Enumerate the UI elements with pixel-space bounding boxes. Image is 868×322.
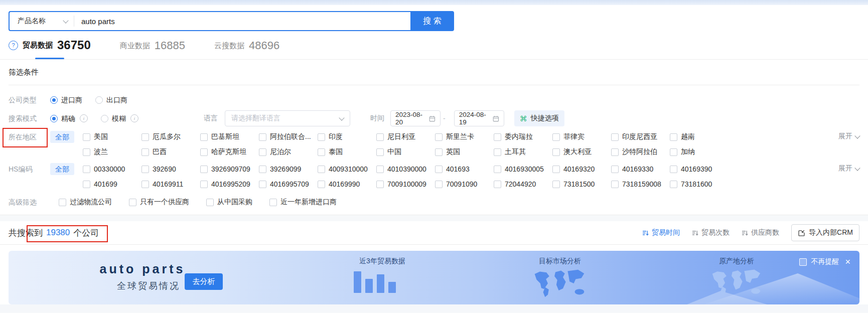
checkbox-icon [670,181,677,188]
search-button[interactable]: 搜 索 [410,11,454,31]
dismiss-checkbox[interactable] [799,258,807,266]
banner-market-title: 目标市场分析 [520,257,600,266]
checkbox-label: 澳大利亚 [563,147,592,156]
hs-expand-link[interactable]: 展开 [838,164,859,173]
hs-code-checkbox[interactable]: 70091090 [435,177,494,192]
info-icon[interactable]: i [80,114,88,122]
end-date-picker[interactable]: 2024-08-19 [454,110,504,126]
region-checkbox[interactable]: 哈萨克斯坦 [200,144,259,159]
advanced-checkbox[interactable]: 只有一个供应商 [129,195,189,210]
region-checkbox[interactable]: 越南 [670,129,729,144]
checkbox-icon [200,166,208,173]
sort-by-supplier-count[interactable]: 供应商数 [742,228,779,237]
advanced-checkbox[interactable]: 过滤物流公司 [59,195,112,210]
hs-code-checkbox[interactable]: 4016995709 [259,177,318,192]
region-checkbox[interactable]: 阿拉伯联合... [259,129,318,144]
region-checkbox[interactable]: 澳大利亚 [552,144,611,159]
hs-code-checkbox[interactable]: 73181600 [670,177,729,192]
hs-code-checkbox[interactable]: 7009100009 [376,177,435,192]
language-select[interactable]: 请选择翻译语言 [225,110,350,126]
hs-all-chip[interactable]: 全部 [50,163,74,175]
hs-code-checkbox[interactable]: 40169330 [611,162,670,177]
region-checkbox[interactable]: 中国 [376,144,435,159]
start-date-picker[interactable]: 2023-08-20 [390,110,441,126]
hs-code-checkbox[interactable]: 392690 [141,162,200,177]
checkbox-icon [552,166,560,173]
hs-code-checkbox[interactable]: 401699 [83,177,141,192]
hs-code-checkbox[interactable]: 4016930005 [494,162,552,177]
region-checkbox[interactable]: 厄瓜多尔 [141,129,200,144]
radio-exporter[interactable]: 出口商 [95,92,127,107]
region-checkbox[interactable]: 沙特阿拉伯 [611,144,670,159]
tab-cloud-search-data[interactable]: 云搜数据 48696 [214,39,279,59]
start-date-value: 2023-08-20 [395,111,429,126]
region-checkbox[interactable]: 巴基斯坦 [200,129,259,144]
advanced-checkbox[interactable]: 近一年新增进口商 [269,195,337,210]
hs-code-checkbox[interactable]: 401693 [435,162,494,177]
checkbox-label: 加纳 [681,147,695,156]
region-checkbox[interactable]: 菲律宾 [552,129,611,144]
sort-by-trade-time[interactable]: 贸易时间 [642,228,680,237]
hs-code-checkbox[interactable]: 40169320 [552,162,611,177]
region-checkbox[interactable]: 泰国 [318,144,376,159]
hs-code-checkbox[interactable]: 4009310000 [318,162,376,177]
region-checkbox[interactable]: 英国 [435,144,494,159]
hs-code-checkbox[interactable]: 73181500 [552,177,611,192]
region-expand-link[interactable]: 展开 [838,132,859,141]
go-analyze-button[interactable]: 去分析 [185,273,223,290]
region-checkbox[interactable]: 波兰 [83,144,141,159]
checkbox-icon [670,166,677,173]
bar-chart-icon [354,270,396,293]
hs-code-checkbox[interactable]: 72044920 [494,177,552,192]
quick-options-button[interactable]: ⌘ 快捷选项 [514,110,564,126]
world-map-icon [530,267,588,298]
region-checkbox[interactable]: 巴西 [141,144,200,159]
hs-code-checkbox[interactable]: 00330000 [83,162,141,177]
region-all-chip[interactable]: 全部 [50,131,74,143]
region-checkbox[interactable]: 印度 [318,129,376,144]
help-icon[interactable]: ? [9,41,18,50]
checkbox-icon [206,199,214,206]
advanced-filter-row: 高级筛选 过滤物流公司只有一个供应商从中国采购近一年新增进口商 [9,195,859,210]
sort-by-trade-count[interactable]: 贸易次数 [692,228,730,237]
region-checkbox[interactable]: 尼泊尔 [259,144,318,159]
checkbox-label: 从中国采购 [217,198,252,207]
checkbox-icon [611,148,619,156]
dismiss-control: 不再提醒 × [799,257,850,266]
region-checkbox[interactable]: 委内瑞拉 [494,129,552,144]
radio-fuzzy[interactable]: 模糊 i [101,111,138,126]
search-input[interactable] [74,17,410,26]
hs-code-checkbox[interactable]: 40169911 [141,177,200,192]
checkbox-icon [259,166,266,173]
radio-icon [101,115,108,122]
results-summary: 共搜索到 19380 个公司 [9,227,99,239]
tab-count: 48696 [249,39,279,52]
search-category-select[interactable]: 产品名称 [10,17,74,26]
info-icon[interactable]: i [130,114,138,122]
import-crm-button[interactable]: 导入内部CRM [791,224,859,241]
hs-code-checkbox[interactable]: 3926909709 [200,162,259,177]
hs-code-checkbox[interactable]: 7318159008 [611,177,670,192]
checkbox-icon [435,148,443,156]
checkbox-label: 只有一个供应商 [140,198,189,207]
hs-code-checkbox[interactable]: 4016995209 [200,177,259,192]
advanced-checkbox[interactable]: 从中国采购 [206,195,252,210]
radio-exact[interactable]: 精确 i [50,111,88,126]
region-checkbox[interactable]: 土耳其 [494,144,552,159]
region-checkbox[interactable]: 美国 [83,129,141,144]
close-icon[interactable]: × [845,257,850,266]
hs-code-checkbox[interactable]: 39269099 [259,162,318,177]
hs-code-checkbox[interactable]: 4010390000 [376,162,435,177]
radio-importer[interactable]: 进口商 [50,92,82,107]
hs-code-checkbox[interactable]: 40169390 [670,162,729,177]
hs-code-checkbox[interactable]: 40169990 [318,177,376,192]
sort-icon [742,230,748,236]
region-checkbox[interactable]: 尼日利亚 [376,129,435,144]
region-checkbox[interactable]: 加纳 [670,144,729,159]
region-checkbox[interactable]: 斯里兰卡 [435,129,494,144]
region-checkbox[interactable]: 印度尼西亚 [611,129,670,144]
checkbox-label: 斯里兰卡 [446,132,474,141]
tab-business-data[interactable]: 商业数据 16885 [120,39,185,59]
tab-trade-data[interactable]: ? 贸易数据 36750 [9,38,91,59]
banner-product-name: auto parts [92,262,193,276]
